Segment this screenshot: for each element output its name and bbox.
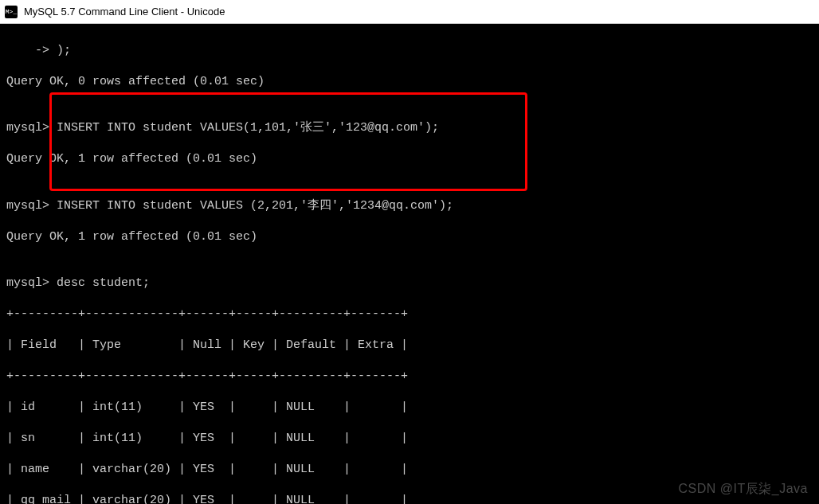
query-result: Query OK, 0 rows affected (0.01 sec) (6, 74, 813, 90)
window-title: MySQL 5.7 Command Line Client - Unicode (24, 6, 225, 18)
insert-statement-1: mysql> INSERT INTO student VALUES(1,101,… (6, 120, 813, 136)
sql-text: desc student; (49, 276, 150, 290)
terminal-output[interactable]: -> ); Query OK, 0 rows affected (0.01 se… (0, 24, 819, 504)
prompt: mysql> (6, 276, 49, 290)
insert-statement-2: mysql> INSERT INTO student VALUES (2,201… (6, 198, 813, 214)
query-result: Query OK, 1 row affected (0.01 sec) (6, 229, 813, 245)
app-icon: M>_ (5, 6, 18, 18)
desc-statement: mysql> desc student; (6, 275, 813, 291)
table-header: | Field | Type | Null | Key | Default | … (6, 338, 813, 354)
query-result: Query OK, 1 row affected (0.01 sec) (6, 151, 813, 167)
table-row: | qq_mail | varchar(20) | YES | | NULL |… (6, 493, 813, 504)
table-border: +---------+-------------+------+-----+--… (6, 307, 813, 322)
highlight-annotation (49, 92, 527, 191)
sql-text: INSERT INTO student VALUES(1,101,'张三','1… (49, 121, 439, 135)
prompt: mysql> (6, 199, 49, 213)
table-row: | id | int(11) | YES | | NULL | | (6, 400, 813, 416)
table-row: | name | varchar(20) | YES | | NULL | | (6, 462, 813, 478)
table-row: | sn | int(11) | YES | | NULL | | (6, 431, 813, 447)
table-border: +---------+-------------+------+-----+--… (6, 369, 813, 385)
prompt: mysql> (6, 121, 49, 135)
line-continuation: -> ); (6, 43, 813, 59)
sql-text: INSERT INTO student VALUES (2,201,'李四','… (49, 199, 453, 213)
window-titlebar: M>_ MySQL 5.7 Command Line Client - Unic… (0, 0, 819, 24)
